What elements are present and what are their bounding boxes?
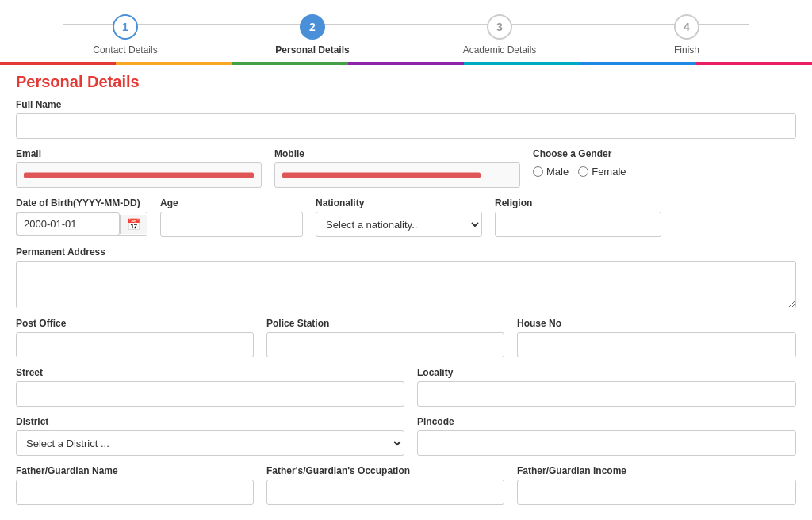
stepper: 1 Contact Details 2 Personal Details 3 A… [0, 0, 812, 62]
group-age: Age [160, 197, 303, 237]
color-bar-purple [348, 62, 464, 65]
label-fullname: Full Name [16, 99, 796, 110]
input-house-no[interactable] [517, 332, 796, 358]
row-street-locality: Street Locality [16, 367, 796, 407]
input-fullname[interactable] [16, 113, 796, 139]
group-house-no: House No [517, 318, 796, 358]
color-bar [0, 62, 812, 65]
group-street: Street [16, 367, 404, 407]
row-post-police-house: Post Office Police Station House No [16, 318, 796, 358]
calendar-icon[interactable]: 📅 [120, 215, 147, 234]
row-district-pincode: District Select a District ... District … [16, 416, 796, 456]
step-3-label: Academic Details [463, 44, 537, 55]
step-2: 2 Personal Details [219, 14, 406, 55]
label-nationality: Nationality [316, 197, 482, 208]
input-father-name[interactable] [16, 480, 254, 505]
select-nationality[interactable]: Select a nationality.. Indian Other [316, 212, 482, 237]
label-email: Email [16, 148, 262, 159]
input-locality[interactable] [417, 381, 796, 407]
group-police-station: Police Station [266, 318, 504, 358]
label-gender: Choose a Gender [533, 148, 626, 159]
label-father-occupation: Father's/Guardian's Occupation [266, 465, 504, 476]
label-father-income: Father/Guardian Income [517, 465, 796, 476]
input-post-office[interactable] [16, 332, 254, 358]
form-section: Personal Details Full Name Email Mobile [0, 65, 812, 520]
input-age[interactable] [160, 212, 303, 237]
label-religion: Religion [495, 197, 661, 208]
input-father-income[interactable] [517, 480, 796, 505]
step-4-circle: 4 [674, 14, 699, 40]
row-email-mobile-gender: Email Mobile Choose a Gender Ma [16, 148, 796, 188]
step-2-circle: 2 [300, 14, 325, 40]
row-father-labels: Father/Guardian Name Father's/Guardian's… [16, 465, 796, 505]
label-pincode: Pincode [417, 416, 796, 427]
label-mobile: Mobile [274, 148, 520, 159]
group-permanent-address: Permanent Address [16, 247, 796, 308]
step-1: 1 Contact Details [32, 14, 219, 55]
group-fullname: Full Name [16, 99, 796, 139]
gender-female-option[interactable]: Female [578, 166, 626, 178]
step-3: 3 Academic Details [406, 14, 593, 55]
label-age: Age [160, 197, 303, 208]
page-wrapper: 1 Contact Details 2 Personal Details 3 A… [0, 0, 812, 520]
gender-male-label: Male [546, 166, 569, 178]
email-redacted-wrapper [16, 162, 262, 188]
group-father-income: Father/Guardian Income [517, 465, 796, 505]
group-gender: Choose a Gender Male Female [533, 148, 626, 178]
label-house-no: House No [517, 318, 796, 329]
step-3-circle: 3 [487, 14, 512, 40]
label-post-office: Post Office [16, 318, 254, 329]
color-bar-yellow [116, 62, 232, 65]
color-bar-cyan [464, 62, 580, 65]
step-2-label: Personal Details [275, 44, 349, 55]
input-email[interactable] [16, 162, 262, 188]
row-fullname: Full Name [16, 99, 796, 139]
step-1-circle: 1 [113, 14, 138, 40]
label-district: District [16, 416, 404, 427]
textarea-permanent-address[interactable] [16, 261, 796, 308]
group-dob: Date of Birth(YYYY-MM-DD) 📅 [16, 197, 147, 236]
color-bar-pink [696, 62, 812, 65]
group-email: Email [16, 148, 262, 188]
group-mobile: Mobile [274, 148, 520, 188]
step-4-label: Finish [674, 44, 699, 55]
input-pincode[interactable] [417, 430, 796, 456]
label-street: Street [16, 367, 404, 378]
group-nationality: Nationality Select a nationality.. India… [316, 197, 482, 237]
label-dob: Date of Birth(YYYY-MM-DD) [16, 197, 147, 208]
mobile-redacted-wrapper [274, 162, 520, 188]
gender-options: Male Female [533, 166, 626, 178]
input-mobile[interactable] [274, 162, 520, 188]
group-locality: Locality [417, 367, 796, 407]
color-bar-green [232, 62, 348, 65]
row-permanent-address: Permanent Address [16, 247, 796, 308]
input-dob[interactable] [17, 212, 120, 235]
step-1-label: Contact Details [93, 44, 157, 55]
group-post-office: Post Office [16, 318, 254, 358]
group-pincode: Pincode [417, 416, 796, 456]
label-permanent-address: Permanent Address [16, 247, 796, 258]
section-title: Personal Details [16, 73, 796, 91]
label-police-station: Police Station [266, 318, 504, 329]
gender-female-label: Female [592, 166, 626, 178]
group-district: District Select a District ... District … [16, 416, 404, 456]
step-4: 4 Finish [593, 14, 780, 55]
group-religion: Religion [495, 197, 661, 237]
color-bar-blue [580, 62, 695, 65]
dob-date-wrapper: 📅 [16, 212, 147, 236]
row-dob-age-nat-rel: Date of Birth(YYYY-MM-DD) 📅 Age National… [16, 197, 796, 237]
input-father-occupation[interactable] [266, 480, 504, 505]
input-street[interactable] [16, 381, 404, 407]
input-police-station[interactable] [266, 332, 504, 358]
label-locality: Locality [417, 367, 796, 378]
radio-female[interactable] [578, 166, 588, 177]
input-religion[interactable] [495, 212, 661, 237]
group-father-occupation: Father's/Guardian's Occupation [266, 465, 504, 505]
color-bar-red [0, 62, 116, 65]
gender-male-option[interactable]: Male [533, 166, 569, 178]
group-father-name: Father/Guardian Name [16, 465, 254, 505]
select-district[interactable]: Select a District ... District 1 Distric… [16, 430, 404, 456]
label-father-name: Father/Guardian Name [16, 465, 254, 476]
radio-male[interactable] [533, 166, 543, 177]
